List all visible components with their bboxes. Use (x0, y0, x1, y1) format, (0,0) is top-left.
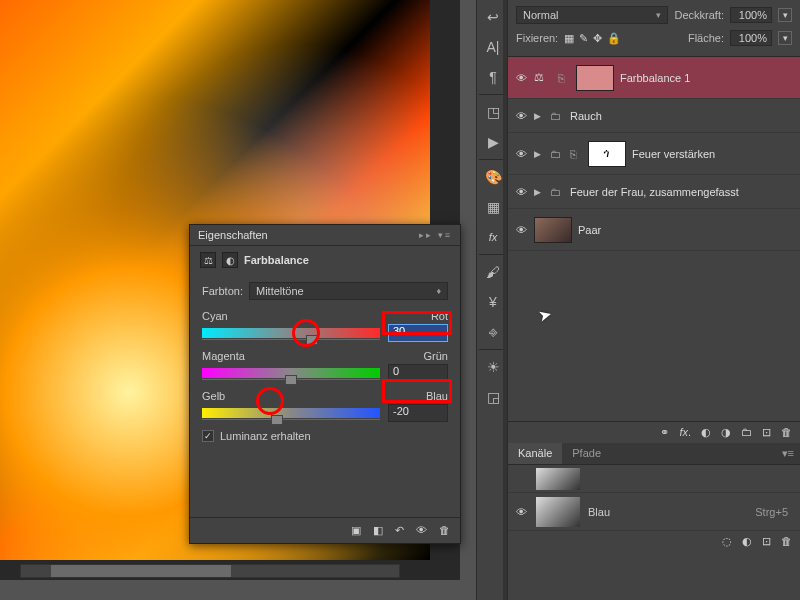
mask-toggle-icon[interactable]: ◐ (222, 252, 238, 268)
layers-list: 👁 ⚖ ⎘ Farbbalance 1 👁 ▶ 🗀 Rauch 👁 ▶ 🗀 ⎘ … (508, 57, 800, 251)
properties-panel: Eigenschaften ▸▸ ▾≡ ⚖ ◐ Farbbalance Farb… (189, 224, 461, 544)
layer-name[interactable]: Paar (578, 224, 794, 236)
balance-icon: ⚖ (200, 252, 216, 268)
tone-dropdown[interactable]: Mitteltöne ♦ (249, 282, 448, 300)
checkbox-icon[interactable]: ✓ (202, 430, 214, 442)
slider-left-label: Cyan (202, 310, 228, 322)
slider-thumb[interactable] (271, 415, 283, 425)
layer-name[interactable]: Farbbalance 1 (620, 72, 794, 84)
channel-row-blue[interactable]: 👁 Blau Strg+5 (508, 493, 800, 531)
trash-icon[interactable]: 🗑 (781, 426, 792, 439)
mask-icon[interactable]: ◐ (701, 426, 711, 439)
new-layer-icon[interactable]: ⊡ (762, 426, 771, 439)
layer-name[interactable]: Feuer der Frau, zusammengefasst (570, 186, 794, 198)
tone-value: Mitteltöne (256, 285, 304, 297)
tab-channels[interactable]: Kanäle (508, 443, 562, 464)
horizontal-scrollbar[interactable] (20, 564, 400, 578)
lock-pixels-icon[interactable]: ✎ (579, 32, 588, 45)
slider-track[interactable] (202, 408, 380, 418)
opacity-label: Deckkraft: (674, 9, 724, 21)
slider-right-label: Grün (424, 350, 448, 362)
layers-empty-area[interactable] (508, 251, 800, 421)
fx-icon[interactable]: fx. (679, 426, 691, 439)
link-icon: ⎘ (558, 72, 570, 84)
channels-tabs: Kanäle Pfade ▾≡ (508, 443, 800, 465)
slider-right-label: Blau (426, 390, 448, 402)
layer-row-paar[interactable]: 👁 Paar (508, 209, 800, 251)
checkbox-label: Luminanz erhalten (220, 430, 311, 442)
layer-options: Normal ▾ Deckkraft: 100% ▾ Fixieren: ▦ ✎… (508, 0, 800, 57)
folder-icon: 🗀 (550, 110, 564, 122)
adjustment-title: Farbbalance (244, 254, 309, 266)
folder-icon: 🗀 (550, 186, 564, 198)
blend-mode-dropdown[interactable]: Normal ▾ (516, 6, 668, 24)
layer-row-farbbalance[interactable]: 👁 ⚖ ⎘ Farbbalance 1 (508, 57, 800, 99)
slider-value-input[interactable]: 30 (388, 324, 448, 342)
slider-thumb[interactable] (285, 375, 297, 385)
layer-thumb[interactable] (576, 65, 614, 91)
slider-thumb[interactable] (306, 335, 318, 345)
lock-all-icon[interactable]: 🔒 (607, 32, 621, 45)
link-layers-icon[interactable]: ⚭ (660, 426, 669, 439)
fill-input[interactable]: 100% (730, 30, 772, 46)
layer-row-feuer-frau[interactable]: 👁 ▶ 🗀 Feuer der Frau, zusammengefasst (508, 175, 800, 209)
reset-icon[interactable]: ↶ (395, 524, 404, 537)
layer-thumb[interactable] (534, 217, 572, 243)
slider-left-label: Gelb (202, 390, 225, 402)
slider-right-label: Rot (431, 310, 448, 322)
properties-footer: ▣ ◧ ↶ 👁 🗑 (190, 517, 460, 543)
slider-track[interactable] (202, 368, 380, 378)
expand-icon[interactable]: ▶ (534, 149, 544, 159)
layer-name[interactable]: Feuer verstärken (632, 148, 794, 160)
expand-icon[interactable]: ▶ (534, 187, 544, 197)
panel-menu-icon[interactable]: ▾≡ (776, 443, 800, 464)
lock-position-icon[interactable]: ✥ (593, 32, 602, 45)
fill-stepper[interactable]: ▾ (778, 31, 792, 45)
opacity-input[interactable]: 100% (730, 7, 772, 23)
collapse-icon[interactable]: ▸▸ ▾≡ (419, 230, 452, 240)
slider-magenta-green: Magenta Grün 0 (202, 350, 448, 382)
layer-row-feuer-verstaerken[interactable]: 👁 ▶ 🗀 ⎘ ጎ Feuer verstärken (508, 133, 800, 175)
visibility-icon[interactable]: 👁 (514, 72, 528, 84)
layer-mask-thumb[interactable]: ጎ (588, 141, 626, 167)
adjustment-header: ⚖ ◐ Farbbalance (190, 246, 460, 274)
panel-title: Eigenschaften (198, 229, 268, 241)
dock-scrollbar[interactable] (503, 0, 507, 600)
link-icon: ⎘ (570, 148, 582, 160)
layer-name[interactable]: Rauch (570, 110, 794, 122)
save-selection-icon[interactable]: ◐ (742, 535, 752, 548)
group-icon[interactable]: 🗀 (741, 426, 752, 439)
visibility-icon[interactable]: 👁 (514, 148, 528, 160)
delete-channel-icon[interactable]: 🗑 (781, 535, 792, 548)
opacity-stepper[interactable]: ▾ (778, 8, 792, 22)
trash-icon[interactable]: 🗑 (439, 524, 450, 537)
chevron-updown-icon: ♦ (436, 286, 441, 296)
visibility-icon[interactable]: 👁 (514, 224, 528, 236)
slider-track[interactable] (202, 328, 380, 338)
scrollbar-thumb[interactable] (51, 565, 231, 577)
slider-value-input[interactable]: -20 (388, 404, 448, 422)
visibility-icon[interactable]: 👁 (416, 524, 427, 537)
channel-name[interactable]: Blau (588, 506, 610, 518)
channels-footer: ◌ ◐ ⊡ 🗑 (508, 531, 800, 552)
tab-paths[interactable]: Pfade (562, 443, 611, 464)
clip-icon[interactable]: ▣ (351, 524, 361, 537)
new-channel-icon[interactable]: ⊡ (762, 535, 771, 548)
channel-thumb[interactable] (536, 468, 580, 490)
slider-value-input[interactable]: 0 (388, 364, 448, 382)
panel-header[interactable]: Eigenschaften ▸▸ ▾≡ (190, 225, 460, 246)
previous-icon[interactable]: ◧ (373, 524, 383, 537)
preserve-luminosity-checkbox[interactable]: ✓ Luminanz erhalten (202, 430, 448, 442)
load-selection-icon[interactable]: ◌ (722, 535, 732, 548)
visibility-icon[interactable]: 👁 (514, 110, 528, 122)
layer-row-rauch[interactable]: 👁 ▶ 🗀 Rauch (508, 99, 800, 133)
visibility-icon[interactable]: 👁 (514, 506, 528, 518)
channel-thumb[interactable] (536, 497, 580, 527)
lock-transparency-icon[interactable]: ▦ (564, 32, 574, 45)
visibility-icon[interactable]: 👁 (514, 186, 528, 198)
expand-icon[interactable]: ▶ (534, 111, 544, 121)
slider-left-label: Magenta (202, 350, 245, 362)
adjustment-icon[interactable]: ◑ (721, 426, 731, 439)
channel-row-rgb[interactable] (508, 465, 800, 493)
fill-label: Fläche: (688, 32, 724, 44)
